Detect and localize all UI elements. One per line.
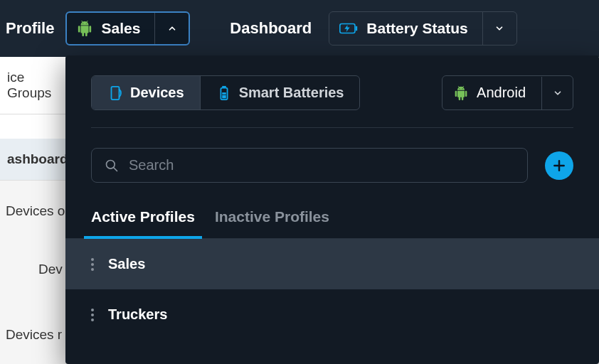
os-dropdown-main[interactable]: Android [442,76,541,109]
dashboard-dropdown-text: Battery Status [366,20,467,37]
panel-top: Devices Smart Batteries Android [65,55,599,127]
android-icon [77,21,92,36]
chevron-up-icon [167,23,177,33]
chevron-down-icon [553,88,563,98]
os-dropdown[interactable]: Android [442,75,573,110]
devices-icon [107,85,123,101]
topbar: Profile Sales Dashboard Battery Status [0,0,599,57]
dashboard-dropdown-main[interactable]: Battery Status [329,12,482,45]
profile-label: Profile [6,19,54,38]
search-row [65,128,599,197]
android-icon [454,86,468,100]
search-box[interactable] [91,148,528,183]
segment-devices[interactable]: Devices [92,76,200,109]
segment-batteries-label: Smart Batteries [239,85,344,101]
list-item-label: Sales [108,256,145,272]
dashboard-dropdown-caret[interactable] [482,12,516,45]
tabs-row: Active Profiles Inactive Profiles [65,197,599,239]
segment-batteries[interactable]: Smart Batteries [200,76,360,109]
bg-text-1: Devices o [6,203,65,219]
search-icon [105,159,119,173]
list-item[interactable]: Truckers [65,289,599,340]
svg-rect-2 [112,86,120,99]
battery-charging-icon [339,21,358,36]
bg-text-2: Dev [38,262,63,277]
bg-tab-dashboard[interactable]: ashboard [0,139,65,181]
profile-dropdown[interactable]: Sales [65,11,190,46]
os-dropdown-caret[interactable] [541,77,573,109]
drag-handle-icon[interactable] [91,258,94,271]
svg-rect-6 [222,92,226,95]
search-input[interactable] [129,157,514,173]
profile-dropdown-main[interactable]: Sales [67,13,154,44]
svg-rect-1 [356,26,357,31]
bg-sidebar: ice Groups ashboard [0,57,65,181]
tab-active-profiles[interactable]: Active Profiles [91,203,195,238]
bg-text-3: Devices r [6,327,62,343]
plus-icon [552,159,566,173]
svg-rect-5 [222,95,226,98]
svg-rect-4 [222,85,226,87]
segment-group: Devices Smart Batteries [91,75,360,110]
add-button[interactable] [545,151,573,180]
list-item[interactable]: Sales [65,239,599,289]
smart-batteries-icon [216,85,232,101]
segment-devices-label: Devices [130,85,184,101]
svg-line-8 [114,167,117,171]
bg-tab-groups[interactable]: ice Groups [0,57,65,114]
tab-inactive-profiles[interactable]: Inactive Profiles [215,203,329,238]
drag-handle-icon[interactable] [91,309,94,321]
dashboard-label: Dashboard [230,19,312,38]
chevron-down-icon [494,23,504,33]
list-item-label: Truckers [108,306,167,323]
profile-dropdown-caret[interactable] [154,13,189,44]
profile-list: Sales Truckers [65,239,599,340]
profile-dropdown-text: Sales [101,20,140,37]
profile-panel: Devices Smart Batteries Android [65,55,599,364]
os-dropdown-text: Android [477,85,526,101]
dashboard-dropdown[interactable]: Battery Status [329,11,516,46]
